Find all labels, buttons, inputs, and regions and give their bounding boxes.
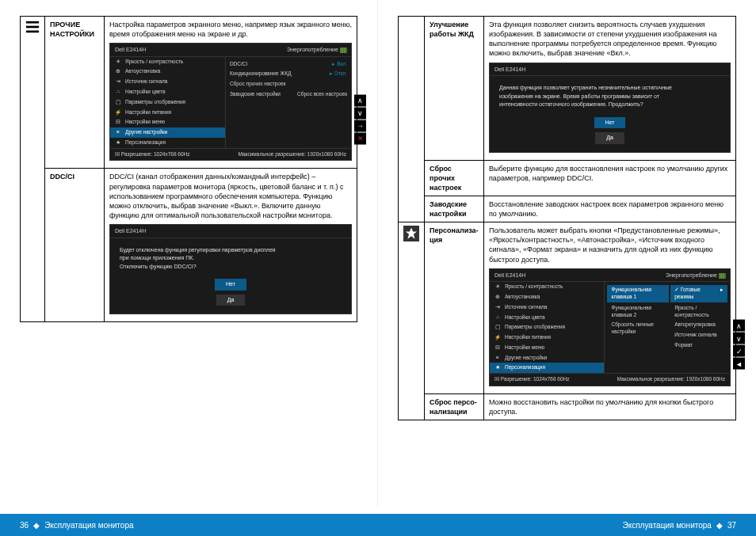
row-desc: Выберите функцию для восстановления наст… xyxy=(484,160,736,196)
star-icon xyxy=(403,235,419,243)
page-footer: 36◆Эксплуатация монитора Эксплуатация мо… xyxy=(0,514,756,536)
osd-ddcci-dialog: Dell E2414H Будет отключена функция регу… xyxy=(109,224,352,314)
osd-nav-buttons: ∧∨✓◄ xyxy=(733,320,745,370)
table-row: ПРОЧИЕ НАСТРОЙКИ Настройка параметров эк… xyxy=(21,17,357,169)
nav-down-icon: ∨ xyxy=(354,107,366,119)
dialog-yes-button: Да xyxy=(216,295,246,306)
dialog-no-button: Нет xyxy=(594,117,626,129)
row-label: Заводские настройки xyxy=(425,196,484,222)
section-icon-cell xyxy=(21,17,45,322)
osd-lcd-dialog: Dell E2414H Данная функция позволяет уст… xyxy=(489,63,731,153)
footer-right: Эксплуатация монитора◆37 xyxy=(622,521,736,530)
row-desc: DDC/CI (канал отображения данных/командн… xyxy=(105,169,357,322)
row-label: ПРОЧИЕ НАСТРОЙКИ xyxy=(45,17,105,169)
nav-close-icon: ✕ xyxy=(354,132,366,144)
osd-personalization: Dell E2414HЭнергопотребление |||||||||| … xyxy=(489,268,731,386)
row-desc: Пользователь может выбрать кнопки «Преду… xyxy=(484,222,736,394)
page-37: Улучшение работы ЖКД Эта функция позволя… xyxy=(378,0,756,507)
nav-up-icon: ∧ xyxy=(354,94,366,106)
row-desc: Можно восстановить настройки по умолчани… xyxy=(484,393,736,420)
row-label: DDC/CI xyxy=(45,169,105,322)
svg-rect-0 xyxy=(26,21,39,24)
menu-list-icon xyxy=(25,28,40,36)
table-row: Улучшение работы ЖКД Эта функция позволя… xyxy=(399,17,736,161)
osd-nav-buttons: ∧∨→✕ xyxy=(354,94,366,144)
section-icon-cell xyxy=(399,222,425,420)
row-label: Улучшение работы ЖКД xyxy=(425,17,484,161)
section-icon-cell xyxy=(399,17,425,222)
page-36: ПРОЧИЕ НАСТРОЙКИ Настройка параметров эк… xyxy=(0,0,378,507)
table-row: DDC/CI DDC/CI (канал отображения данных/… xyxy=(21,169,357,322)
svg-rect-2 xyxy=(26,31,39,33)
row-label: Персонализа­ция xyxy=(425,222,484,394)
nav-up-icon: ∧ xyxy=(733,320,745,332)
svg-rect-1 xyxy=(26,26,39,29)
page-spread: ПРОЧИЕ НАСТРОЙКИ Настройка параметров эк… xyxy=(0,0,756,507)
row-desc: Восстановление заводских настроек всех п… xyxy=(484,196,736,222)
nav-back-icon: ◄ xyxy=(733,358,745,370)
table-row: Персонализа­ция Пользователь может выбра… xyxy=(399,222,736,394)
row-label: Сброс прочих настроек xyxy=(425,160,484,196)
nav-ok-icon: ✓ xyxy=(733,345,745,357)
table-row: Сброс персо­нализации Можно восстановить… xyxy=(399,393,736,420)
nav-down-icon: ∨ xyxy=(733,333,745,344)
nav-right-icon: → xyxy=(354,120,366,131)
table-page36: ПРОЧИЕ НАСТРОЙКИ Настройка параметров эк… xyxy=(20,16,357,322)
dialog-no-button: Нет xyxy=(215,279,246,291)
osd-other-settings: Dell E2414HЭнергопотребление |||||||||| … xyxy=(109,43,352,161)
dialog-yes-button: Да xyxy=(595,132,624,144)
table-row: Заводские настройки Восстановление завод… xyxy=(399,196,736,222)
row-desc: Настройка параметров экранного меню, нап… xyxy=(105,17,357,169)
table-row: Сброс прочих настроек Выберите функцию д… xyxy=(399,160,736,196)
footer-left: 36◆Эксплуатация монитора xyxy=(20,521,134,530)
row-desc: Эта функция позволяет снизить вероятност… xyxy=(484,17,736,161)
row-label: Сброс персо­нализации xyxy=(425,393,484,420)
table-page37: Улучшение работы ЖКД Эта функция позволя… xyxy=(398,16,736,420)
